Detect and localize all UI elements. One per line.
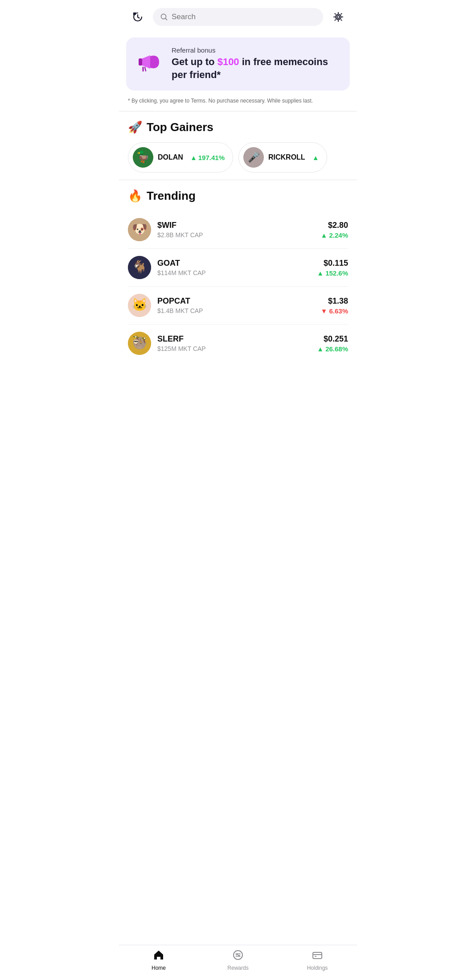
popcat-change-arrow: ▼ [321,307,328,315]
referral-amount: $100 [217,56,239,67]
slerf-mktcap: $125M MKT CAP [157,345,317,352]
slerf-price: $0.251 [317,334,348,344]
search-input[interactable] [172,12,316,21]
trending-item-slerf[interactable]: 🦥 SLERF $125M MKT CAP $0.251 ▲ 26.68% [128,325,348,362]
svg-text:🐐: 🐐 [132,259,148,274]
wif-price: $2.80 [321,221,348,230]
referral-subtitle: Get up to $100 in free memecoins per fri… [172,56,341,81]
svg-rect-4 [139,58,142,66]
goat-info: GOAT $114M MKT CAP [157,259,317,276]
disclaimer: * By clicking, you agree to Terms. No pu… [119,98,357,111]
megaphone-icon [133,46,164,82]
gainers-scroll: 🦆 DOLAN ▲ 197.41% 🎤 RICKROLL [128,142,348,176]
referral-banner[interactable]: Referral bonus Get up to $100 in free me… [126,37,350,91]
slerf-price-block: $0.251 ▲ 26.68% [317,334,348,353]
svg-text:🦥: 🦥 [132,335,148,350]
search-icon [160,13,168,21]
settings-button[interactable] [328,7,348,27]
slerf-info: SLERF $125M MKT CAP [157,334,317,352]
rickroll-arrow-up: ▲ [312,154,319,161]
top-gainers-section: 🚀 Top Gainers 🦆 DOLAN ▲ 197.41% [119,111,357,180]
svg-point-2 [336,14,341,20]
referral-prefix: Get up to [172,56,217,67]
trending-header: 🔥 Trending [128,189,348,203]
wif-mktcap: $2.8B MKT CAP [157,231,321,239]
slerf-change: ▲ 26.68% [317,345,348,353]
popcat-mktcap: $1.4B MKT CAP [157,307,321,314]
goat-price: $0.115 [317,259,348,268]
slerf-change-arrow: ▲ [317,345,324,353]
gainer-card-dolan[interactable]: 🦆 DOLAN ▲ 197.41% [128,142,233,173]
goat-price-block: $0.115 ▲ 152.6% [317,259,348,277]
dolan-arrow-up: ▲ [190,154,197,161]
rickroll-avatar: 🎤 [243,147,264,168]
wif-info: $WIF $2.8B MKT CAP [157,221,321,239]
svg-text:🐱: 🐱 [132,297,148,312]
dolan-pct: ▲ 197.41% [190,154,225,161]
popcat-change: ▼ 6.63% [321,307,348,315]
history-button[interactable] [128,7,148,27]
search-bar[interactable] [153,8,323,26]
wif-change: ▲ 2.24% [321,231,348,239]
wif-change-arrow: ▲ [321,231,328,239]
trending-section: 🔥 Trending 🐶 $WIF $2.8B MKT CAP $2.80 [119,180,357,366]
trending-item-goat[interactable]: 🐐 GOAT $114M MKT CAP $0.115 ▲ 152.6% [128,249,348,287]
referral-text: Referral bonus Get up to $100 in free me… [172,46,341,81]
wif-symbol: $WIF [157,221,321,230]
popcat-price-block: $1.38 ▼ 6.63% [321,296,348,315]
rocket-icon: 🚀 [128,120,142,134]
trending-list: 🐶 $WIF $2.8B MKT CAP $2.80 ▲ 2.24% [128,211,348,362]
svg-text:🦆: 🦆 [136,150,150,163]
goat-change-arrow: ▲ [317,269,324,277]
header [119,0,357,34]
trending-item-popcat[interactable]: 🐱 POPCAT $1.4B MKT CAP $1.38 ▼ 6.63% [128,287,348,325]
goat-symbol: GOAT [157,259,317,268]
trending-title: Trending [147,189,196,203]
rickroll-pct: ▲ [312,154,319,161]
slerf-symbol: SLERF [157,334,317,344]
wif-price-block: $2.80 ▲ 2.24% [321,221,348,239]
popcat-avatar: 🐱 [128,294,151,317]
dolan-name: DOLAN [158,153,183,161]
top-gainers-title: Top Gainers [147,120,213,134]
history-icon [131,11,144,23]
svg-text:🎤: 🎤 [247,151,260,163]
goat-mktcap: $114M MKT CAP [157,269,317,276]
wif-avatar: 🐶 [128,218,151,241]
top-gainers-header: 🚀 Top Gainers [128,120,348,134]
goat-avatar: 🐐 [128,256,151,279]
svg-point-0 [161,14,166,19]
rickroll-name: RICKROLL [268,153,305,161]
popcat-price: $1.38 [321,296,348,306]
gainer-card-rickroll[interactable]: 🎤 RICKROLL ▲ [238,142,328,173]
slerf-avatar: 🦥 [128,332,151,355]
popcat-info: POPCAT $1.4B MKT CAP [157,296,321,314]
dolan-avatar: 🦆 [133,147,153,168]
svg-text:🐶: 🐶 [132,222,148,236]
goat-change: ▲ 152.6% [317,269,348,277]
fire-icon: 🔥 [128,189,142,203]
svg-point-1 [337,16,340,18]
trending-item-wif[interactable]: 🐶 $WIF $2.8B MKT CAP $2.80 ▲ 2.24% [128,211,348,249]
popcat-symbol: POPCAT [157,296,321,306]
settings-icon [332,11,345,23]
referral-title: Referral bonus [172,46,341,54]
